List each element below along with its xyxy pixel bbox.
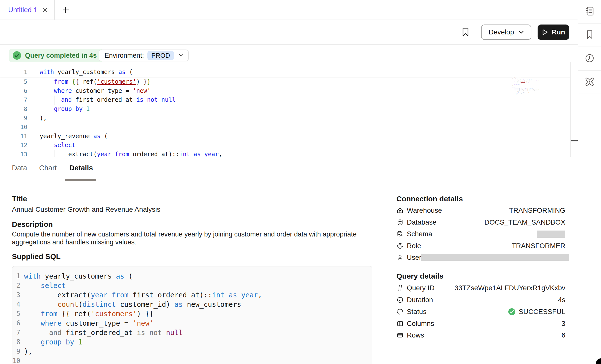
supplied-sql-code-block: 1with yearly_customers as (2 select3 ext…: [12, 266, 372, 364]
editor-scrollbar-thumb[interactable]: [571, 140, 578, 141]
environment-value-chip: PROD: [147, 51, 174, 60]
connection-row-database: Database DOCS_TEAM_SANDBOX: [396, 218, 565, 227]
code-line: 13 extract(year from ordered_at)::int as…: [0, 150, 570, 157]
tab-details[interactable]: Details: [69, 157, 93, 179]
clock-icon: [584, 53, 595, 64]
code-line: 6 where customer_type = 'new': [0, 86, 570, 96]
query-value-rows: 6: [561, 331, 565, 339]
query-row-rows: Rows 6: [396, 331, 565, 339]
success-check-icon: [508, 308, 516, 316]
title-heading: Title: [12, 195, 27, 203]
tab-data[interactable]: Data: [12, 157, 27, 179]
database-icon: [396, 219, 404, 226]
connection-details-heading: Connection details: [396, 195, 463, 203]
clock-icon: [396, 296, 404, 303]
rows-icon: [396, 332, 404, 339]
connection-value-schema: [537, 231, 565, 238]
query-value-duration: 4s: [558, 296, 565, 304]
title-value: Annual Customer Growth and Revenue Analy…: [12, 206, 160, 213]
connection-row-warehouse: Warehouse TRANSFORMING: [396, 206, 565, 215]
code-line: 11yearly_revenue as (: [0, 132, 570, 141]
query-details-heading: Query details: [396, 272, 443, 280]
compass-icon: [584, 76, 595, 88]
tab-label: Untitled 1: [8, 6, 37, 14]
redacted-value: [537, 231, 565, 238]
role-icon: [396, 242, 404, 249]
query-value-query-id: 33TZseWpe1ALFDUYerxR1gVKxbv: [455, 284, 565, 292]
code-line: 9),: [0, 113, 570, 123]
sidebar-clock-button[interactable]: [578, 47, 601, 71]
code-line: 4 count(distinct customer_id) as new_cus…: [12, 300, 372, 309]
bookmark-icon: [584, 29, 595, 41]
connection-row-user: User: [396, 253, 565, 262]
query-value-columns: 3: [561, 320, 565, 328]
user-icon: [396, 254, 404, 261]
notebook-icon: [584, 6, 595, 17]
query-value-status: SUCCESSFUL: [508, 308, 565, 316]
run-button[interactable]: Run: [538, 25, 569, 40]
columns-icon: [396, 320, 404, 327]
tab-close-icon[interactable]: [42, 7, 48, 13]
code-line: 10: [0, 123, 570, 132]
sidebar-bookmark-button[interactable]: [578, 24, 601, 47]
develop-label: Develop: [489, 28, 514, 36]
query-row-query-id: Query ID 33TZseWpe1ALFDUYerxR1gVKxbv: [396, 284, 565, 292]
code-line: 7 and first_ordered_at is not null: [0, 95, 570, 104]
warehouse-icon: [396, 207, 404, 214]
editor-scrollbar[interactable]: [570, 62, 578, 157]
develop-dropdown[interactable]: Develop: [481, 25, 531, 40]
connection-value-role: TRANSFORMER: [512, 242, 565, 250]
code-line: 8 group by 1: [12, 337, 372, 347]
code-line: 2 select: [12, 281, 372, 290]
query-row-columns: Columns 3: [396, 319, 565, 328]
sql-editor[interactable]: 5 from {{ ref('customers') }}6 where cus…: [0, 62, 570, 157]
new-tab-button[interactable]: [61, 0, 71, 20]
editor-tab-bar: Untitled 1: [0, 0, 578, 20]
code-line: 9),: [12, 347, 372, 356]
active-tab-underline: [65, 179, 96, 181]
environment-label: Environment:: [105, 52, 144, 59]
sidebar-notebook-button[interactable]: [578, 0, 601, 24]
chevron-down-icon: [519, 30, 524, 34]
query-status-pill: Query completed in 4s: [9, 49, 103, 62]
query-status-text: Query completed in 4s: [25, 52, 97, 59]
code-line: 10: [12, 356, 372, 364]
supplied-sql-heading: Supplied SQL: [12, 252, 61, 261]
chevron-down-icon: [179, 54, 183, 57]
connection-row-role: Role TRANSFORMER: [396, 242, 565, 250]
spinner-icon: [396, 308, 404, 315]
hash-icon: [396, 285, 404, 291]
redacted-value: [421, 254, 569, 261]
connection-value-warehouse: TRANSFORMING: [509, 207, 565, 214]
code-line: 1with yearly_customers as (: [12, 271, 372, 281]
bookmark-button[interactable]: [462, 27, 469, 37]
play-icon: [542, 29, 548, 36]
connection-row-schema: Schema: [396, 230, 565, 238]
sidebar-compass-button[interactable]: [578, 71, 601, 94]
code-line: 3 extract(year from first_ordered_at)::i…: [12, 290, 372, 300]
tab-untitled-1[interactable]: Untitled 1: [0, 0, 55, 20]
description-heading: Description: [12, 220, 53, 229]
query-row-duration: Duration 4s: [396, 296, 565, 304]
editor-code-lines: 5 from {{ ref('customers') }}6 where cus…: [0, 77, 570, 157]
code-line: 5 from {{ ref('customers') }}: [0, 77, 570, 86]
run-label: Run: [552, 28, 565, 36]
schema-icon: [396, 231, 404, 237]
toolbar: Develop Run: [0, 20, 578, 45]
code-line: 7 and first_ordered_at is not null: [12, 328, 372, 337]
tab-chart[interactable]: Chart: [39, 157, 57, 179]
connection-value-database: DOCS_TEAM_SANDBOX: [484, 218, 565, 226]
code-line: 6 where customer_type = 'new': [12, 318, 372, 328]
result-tab-bar: DataChartDetails: [0, 157, 578, 181]
editor-sticky-line: 1with yearly_customers as (: [0, 67, 570, 77]
environment-selector[interactable]: Environment: PROD: [99, 50, 189, 61]
right-sidebar: [578, 0, 601, 364]
code-line: 8 group by 1: [0, 104, 570, 114]
check-circle-icon: [12, 51, 22, 60]
query-row-status: Status SUCCESSFUL: [396, 308, 565, 316]
details-pane: Title Annual Customer Growth and Revenue…: [0, 181, 578, 364]
description-value: Compute the number of new customers and …: [12, 231, 371, 246]
code-line: 12 select: [0, 141, 570, 150]
code-line: 5 from {{ ref('customers') }}: [12, 309, 372, 318]
